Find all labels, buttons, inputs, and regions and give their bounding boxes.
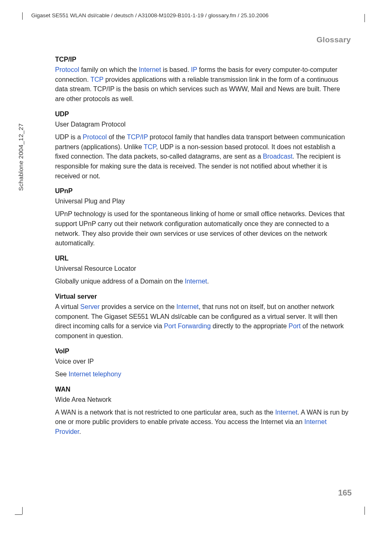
- glossary-term-udp: UDP: [55, 111, 351, 118]
- link-internet[interactable]: Internet: [185, 278, 207, 285]
- link-internet[interactable]: Internet: [139, 66, 161, 73]
- text: provides a service on the: [99, 303, 176, 310]
- link-internet[interactable]: Internet: [176, 303, 198, 310]
- link-broadcast[interactable]: Broadcast: [263, 153, 293, 160]
- link-tcp[interactable]: TCP: [90, 76, 104, 83]
- text: See: [55, 371, 69, 378]
- text: is based.: [161, 66, 191, 73]
- link-port[interactable]: Port: [288, 323, 300, 330]
- glossary-term-upnp: UPnP: [55, 187, 351, 195]
- template-version: Schablone 2004_12_27: [17, 123, 24, 191]
- link-internet-telephony[interactable]: Internet telephony: [69, 371, 121, 378]
- link-ip[interactable]: IP: [191, 66, 197, 73]
- page-content: Glossary TCP/IP Protocol family on which…: [55, 33, 351, 441]
- glossary-def: UPnP technology is used for the spontane…: [55, 209, 351, 248]
- text: .: [207, 278, 209, 285]
- text: directly to the appropriate: [211, 323, 288, 330]
- glossary-term-url: URL: [55, 255, 351, 262]
- text: A WAN is a network that is not restricte…: [55, 409, 275, 416]
- page-number: 165: [338, 488, 352, 498]
- link-tcpip[interactable]: TCP/IP: [127, 134, 148, 141]
- link-port-forwarding[interactable]: Port Forwarding: [164, 323, 211, 330]
- glossary-subterm: Wide Area Network: [55, 395, 351, 404]
- glossary-subterm: Universal Resource Locator: [55, 264, 351, 273]
- link-protocol[interactable]: Protocol: [83, 134, 107, 141]
- crop-mark: [364, 14, 365, 22]
- text: of the: [107, 134, 127, 141]
- link-server[interactable]: Server: [80, 303, 99, 310]
- glossary-subterm: User Datagram Protocol: [55, 120, 351, 129]
- glossary-def: Globally unique address of a Domain on t…: [55, 277, 351, 286]
- glossary-term-tcpip: TCP/IP: [55, 56, 351, 63]
- text: UDP is a: [55, 134, 83, 141]
- glossary-def: Protocol family on which the Internet is…: [55, 65, 351, 104]
- glossary-def: A WAN is a network that is not restricte…: [55, 408, 351, 437]
- link-tcp[interactable]: TCP: [144, 143, 156, 150]
- glossary-subterm: Voice over IP: [55, 357, 351, 366]
- text: .: [79, 428, 81, 435]
- link-protocol[interactable]: Protocol: [55, 66, 79, 73]
- glossary-term-wan: WAN: [55, 386, 351, 393]
- link-internet[interactable]: Internet: [275, 409, 297, 416]
- glossary-def: A virtual Server provides a service on t…: [55, 302, 351, 341]
- text: Globally unique address of a Domain on t…: [55, 278, 185, 285]
- glossary-subterm: Universal Plug and Play: [55, 196, 351, 206]
- glossary-def: See Internet telephony: [55, 369, 351, 379]
- header-path: Gigaset SE551 WLAN dsl/cable / deutsch /…: [31, 12, 269, 18]
- glossary-term-voip: VoIP: [55, 348, 351, 355]
- crop-mark: [364, 507, 365, 515]
- page-title: Glossary: [55, 35, 351, 44]
- text: A virtual: [55, 303, 80, 310]
- glossary-def: UDP is a Protocol of the TCP/IP protocol…: [55, 132, 351, 181]
- crop-mark: [15, 514, 22, 515]
- glossary-term-virtual-server: Virtual server: [55, 293, 351, 300]
- text: family on which the: [79, 66, 139, 73]
